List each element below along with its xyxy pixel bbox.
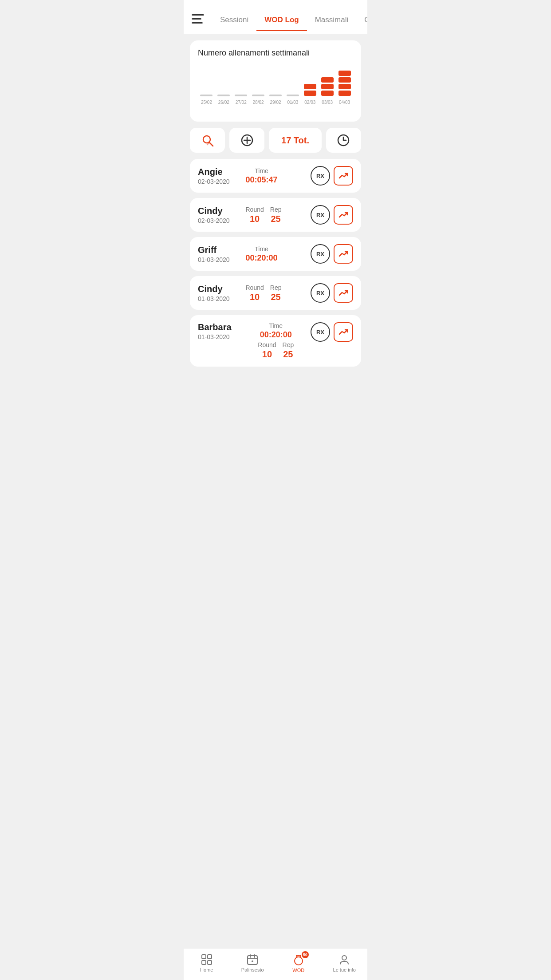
wod-info-angie: Angie 02-03-2020 [198, 167, 241, 185]
wod-card-angie: Angie 02-03-2020 Time 00:05:47 RX [190, 159, 361, 193]
bar-25-02: 25/02 [198, 95, 215, 105]
wod-info-griff: Griff 01-03-2020 [198, 245, 241, 263]
menu-icon[interactable] [184, 7, 212, 34]
wod-card-cindy-1: Cindy 02-03-2020 Round 10 Rep 25 RX [190, 198, 361, 232]
trend-badge-cindy-2[interactable] [334, 283, 353, 303]
wod-badges-griff: RX [311, 244, 353, 264]
nav-tabs: Sessioni WOD Log Massimali Clo… [212, 10, 367, 31]
wod-round-barbara: 10 [262, 349, 272, 360]
bar-27-02: 27/02 [232, 95, 250, 105]
trend-badge-griff[interactable] [334, 244, 353, 264]
bar-28-02: 28/02 [250, 95, 267, 105]
add-button[interactable] [229, 128, 264, 153]
wod-badges-barbara: RX [311, 322, 353, 342]
wod-date-cindy-1: 02-03-2020 [198, 217, 241, 224]
search-button[interactable] [190, 128, 225, 153]
wod-date-angie: 02-03-2020 [198, 178, 241, 185]
wod-stats-barbara: Time 00:20:00 Round 10 Rep 25 [246, 322, 307, 360]
wod-time-griff: 00:20:00 [246, 253, 278, 263]
chart-title: Numero allenamenti settimanali [198, 48, 353, 58]
wod-card-cindy-2: Cindy 01-03-2020 Round 10 Rep 25 RX [190, 276, 361, 310]
bar-01-03: 01/03 [284, 95, 301, 105]
bar-03-03: 03/03 [319, 77, 336, 105]
wod-round-cindy-1: 10 [250, 214, 260, 224]
wod-badges-cindy-2: RX [311, 283, 353, 303]
wod-info-cindy-2: Cindy 01-03-2020 [198, 284, 241, 302]
history-button[interactable] [326, 128, 361, 153]
wod-time-barbara: 00:20:00 [260, 330, 292, 340]
wod-date-griff: 01-03-2020 [198, 256, 241, 263]
header: Sessioni WOD Log Massimali Clo… [184, 0, 367, 34]
svg-rect-2 [192, 22, 203, 24]
wod-badges-angie: RX [311, 166, 353, 186]
total-button[interactable]: 17 Tot. [269, 128, 322, 153]
trend-badge-angie[interactable] [334, 166, 353, 186]
rx-badge-cindy-2[interactable]: RX [311, 283, 330, 303]
total-label: 17 Tot. [281, 135, 309, 146]
wod-card-griff: Griff 01-03-2020 Time 00:20:00 RX [190, 237, 361, 271]
wod-card-barbara: Barbara 01-03-2020 Time 00:20:00 Round 1… [190, 315, 361, 367]
rx-badge-angie[interactable]: RX [311, 166, 330, 186]
svg-rect-1 [192, 18, 201, 20]
wod-stats-angie: Time 00:05:47 [246, 167, 307, 185]
wod-info-barbara: Barbara 01-03-2020 [198, 322, 241, 340]
wod-date-barbara: 01-03-2020 [198, 333, 241, 340]
wod-name-barbara: Barbara [198, 322, 241, 332]
bar-02-03: 02/03 [301, 84, 319, 105]
wod-rep-cindy-1: 25 [271, 214, 280, 224]
wod-name-cindy-2: Cindy [198, 284, 241, 294]
wod-rep-cindy-2: 25 [271, 292, 280, 302]
wod-name-cindy-1: Cindy [198, 206, 241, 216]
trend-badge-barbara[interactable] [334, 322, 353, 342]
svg-rect-0 [192, 14, 204, 16]
wod-name-griff: Griff [198, 245, 241, 255]
rx-badge-cindy-1[interactable]: RX [311, 205, 330, 225]
wod-info-cindy-1: Cindy 02-03-2020 [198, 206, 241, 224]
bar-26-02: 26/02 [215, 95, 232, 105]
rx-badge-griff[interactable]: RX [311, 244, 330, 264]
tab-wod-log[interactable]: WOD Log [256, 10, 307, 31]
chart-area: 25/02 26/02 27/02 28/02 29/02 [198, 67, 353, 115]
wod-badges-cindy-1: RX [311, 205, 353, 225]
wod-time-angie: 00:05:47 [246, 175, 278, 185]
chart-card: Numero allenamenti settimanali 25/02 26/… [190, 40, 361, 122]
wod-name-angie: Angie [198, 167, 241, 177]
tab-massimali[interactable]: Massimali [307, 10, 357, 31]
wod-stats-cindy-1: Round 10 Rep 25 [246, 206, 307, 224]
svg-point-3 [203, 136, 210, 143]
wod-stats-cindy-2: Round 10 Rep 25 [246, 284, 307, 302]
bar-04-03: 04/03 [336, 71, 353, 105]
tab-clo[interactable]: Clo… [356, 10, 367, 31]
action-bar: 17 Tot. [190, 128, 361, 153]
rx-badge-barbara[interactable]: RX [311, 322, 330, 342]
wod-rep-barbara: 25 [283, 349, 293, 360]
bar-29-02: 29/02 [267, 95, 284, 105]
wod-round-cindy-2: 10 [250, 292, 260, 302]
tab-sessioni[interactable]: Sessioni [212, 10, 256, 31]
wod-date-cindy-2: 01-03-2020 [198, 295, 241, 302]
svg-line-4 [209, 142, 213, 146]
wod-stats-griff: Time 00:20:00 [246, 245, 307, 263]
trend-badge-cindy-1[interactable] [334, 205, 353, 225]
main-content: Numero allenamenti settimanali 25/02 26/… [184, 34, 367, 407]
